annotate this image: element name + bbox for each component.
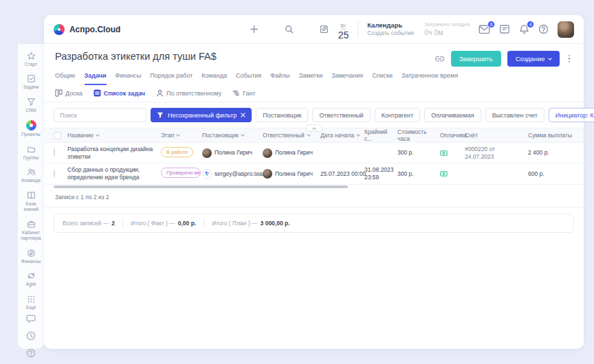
chevron-up-icon [312, 127, 316, 131]
total-plan: Итого ( План ) — 3 000,00 р. [212, 220, 289, 227]
tab-notes[interactable]: Заметки [299, 72, 322, 85]
tab-remarks[interactable]: Замечания [331, 72, 363, 85]
collapse-filter-button[interactable] [306, 124, 322, 132]
col-label: Крайний с... [364, 128, 394, 142]
stage-badge[interactable]: Проверено менед [161, 168, 201, 177]
tab-time-spent[interactable]: Затраченное время [402, 72, 458, 85]
assignee-name: Полина Гирич [275, 170, 313, 178]
tab-finance[interactable]: Финансы [116, 72, 142, 85]
filter-chip-assignee[interactable]: Ответственный [312, 108, 370, 122]
tab-team[interactable]: Команда [201, 72, 227, 85]
col-label: Этап [161, 132, 174, 139]
header-actions: Завершить Создание [434, 51, 573, 67]
more-actions-button[interactable] [566, 54, 573, 65]
sidebar-item-label: CRM [25, 108, 36, 113]
sidebar-item-start[interactable]: Старт [18, 48, 44, 71]
invoice-link[interactable]: #000220 от 24.07.2023 [465, 146, 528, 160]
finish-button[interactable]: Завершить [451, 51, 501, 67]
notifications-badge: 4 [527, 21, 534, 28]
brand-logo-icon [54, 24, 65, 35]
calendar-widget[interactable]: Календарь Создать событие [367, 21, 414, 37]
finish-label: Завершить [459, 55, 493, 62]
col-payout[interactable]: Сумма выплаты [528, 132, 576, 139]
view-board[interactable]: Доска [55, 89, 82, 97]
notes-icon[interactable] [499, 24, 510, 34]
task-name-link[interactable]: Разработка концепции дизайна этикетки [67, 146, 161, 160]
feedback-icon[interactable] [26, 348, 36, 358]
total-value: 0,00 р. [178, 220, 196, 227]
col-deadline[interactable]: Крайний с... [364, 128, 397, 142]
support-chat-icon[interactable] [26, 314, 36, 323]
filter-chip-billable[interactable]: Оплачиваемая [424, 108, 481, 122]
sidebar-item-groups[interactable]: Группы [18, 141, 44, 164]
col-stage[interactable]: Этап [161, 132, 202, 139]
active-filter-initiator[interactable]: Инициатор: Киселев А.В. [549, 108, 594, 122]
sidebar-item-team[interactable]: Команда [18, 164, 44, 187]
sidebar-item-agile[interactable]: Agile [18, 268, 44, 291]
row-checkbox[interactable] [54, 170, 55, 178]
col-invoice[interactable]: Счёт [465, 132, 528, 139]
task-name-link[interactable]: Сбор данных о продукции, определение иде… [67, 166, 161, 181]
select-all-checkbox[interactable] [54, 132, 61, 139]
tab-tasks[interactable]: Задачи [85, 72, 107, 85]
author-name: Полина Гирич [214, 149, 252, 157]
col-name[interactable]: Название [67, 132, 161, 139]
col-label: Сумма выплаты [528, 132, 572, 139]
filter-chip-invoiced[interactable]: Выставлен счет [485, 108, 544, 122]
col-author[interactable]: Постановщик [202, 132, 263, 139]
bell-icon[interactable]: 4 [519, 24, 529, 34]
sidebar-item-finance[interactable]: Финансы [18, 245, 44, 268]
row-checkbox[interactable] [54, 148, 55, 157]
view-task-list[interactable]: Список задач [94, 89, 145, 97]
sidebar-item-label: Agile [25, 282, 36, 287]
sidebar-item-label: Кабинет партнера [19, 230, 43, 242]
view-by-assignee[interactable]: По ответственному [156, 89, 221, 97]
total-value: 3 000,00 р. [261, 220, 290, 227]
mail-icon[interactable]: 6 [478, 24, 490, 34]
sidebar-item-tasks[interactable]: Задачи [18, 71, 44, 93]
compose-icon[interactable] [320, 25, 329, 34]
sidebar-item-partner-cabinet[interactable]: Кабинет партнера [18, 216, 44, 245]
tab-files[interactable]: Файлы [270, 72, 290, 85]
divider [122, 218, 123, 227]
records-counter: Записи с 1 по 2 из 2 [44, 188, 584, 207]
tab-workflow[interactable]: Порядок работ [150, 72, 192, 85]
brand[interactable]: Аспро.Cloud [54, 24, 120, 35]
date-widget[interactable]: Вт 25 [338, 19, 349, 41]
help-icon[interactable] [538, 24, 549, 34]
tab-lists[interactable]: Списки [372, 72, 393, 85]
sidebar-item-label: Задачи [23, 84, 39, 90]
tab-events[interactable]: События [236, 72, 261, 85]
time-tracker[interactable]: Затрачено сегодня 0ч 0м [424, 21, 470, 37]
search-icon[interactable] [285, 25, 294, 34]
unsaved-filter-button[interactable]: Несохраненный фильтр [151, 108, 252, 122]
tab-general[interactable]: Общие [55, 72, 76, 85]
sidebar-item-label: База знаний [19, 201, 43, 213]
search-input[interactable] [54, 108, 146, 122]
avatar [202, 169, 212, 179]
sidebar-item-projects[interactable]: Проекты [18, 117, 44, 141]
whats-new-icon[interactable] [26, 331, 36, 341]
user-avatar[interactable] [558, 21, 574, 38]
sidebar-item-label: Группы [23, 155, 39, 161]
col-assignee[interactable]: Ответственный [263, 132, 320, 139]
col-billable[interactable]: Оплачива... [440, 132, 465, 139]
people-icon [27, 168, 36, 177]
sidebar-item-crm[interactable]: CRM [18, 94, 44, 117]
person-icon [156, 89, 164, 97]
folder-icon [27, 145, 36, 154]
create-button[interactable]: Создание [507, 51, 560, 67]
view-gantt[interactable]: Гант [232, 89, 255, 97]
filter-chip-contractor[interactable]: Контрагент [375, 108, 421, 122]
close-icon[interactable] [241, 113, 245, 117]
filter-chip-author[interactable]: Постановщик [256, 108, 308, 122]
sidebar-item-label: Ещё [26, 305, 36, 310]
add-icon[interactable] [250, 25, 258, 34]
sidebar-item-knowledge-base[interactable]: База знаний [18, 187, 44, 216]
col-start-date[interactable]: Дата начала [320, 132, 364, 139]
copy-link-icon[interactable] [434, 54, 445, 63]
col-hour-rate[interactable]: Стоимость часа [397, 128, 440, 142]
sidebar-item-more[interactable]: Ещё [18, 291, 44, 314]
deadline: 31.08.2023 23:59 [364, 166, 397, 181]
stage-badge[interactable]: В работе [161, 147, 193, 157]
